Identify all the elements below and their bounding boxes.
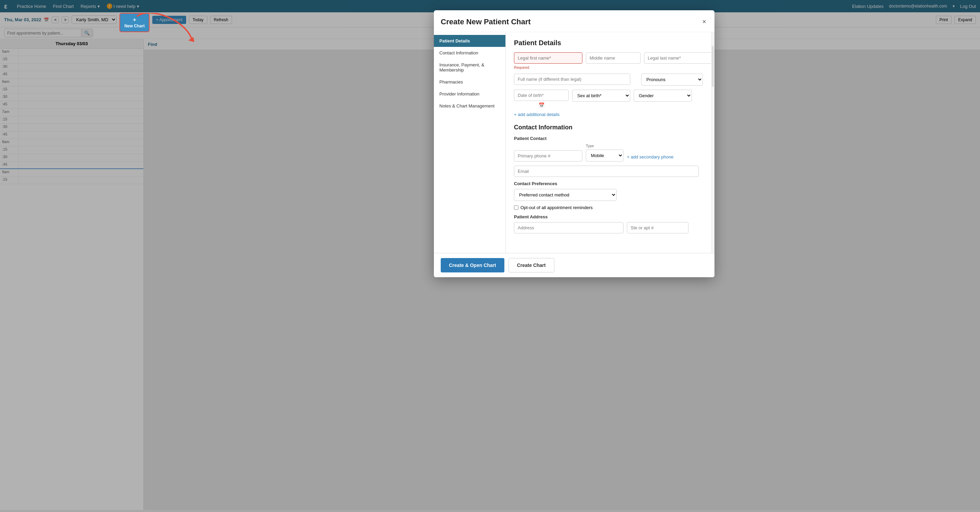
gender-select[interactable]: Gender xyxy=(634,90,692,102)
preferred-contact-select[interactable]: Preferred contact method xyxy=(514,189,617,201)
dialog-title: Create New Patient Chart xyxy=(441,17,531,26)
new-chart-plus-icon: + xyxy=(133,17,136,23)
dialog-body: Patient Details Contact Information Insu… xyxy=(434,32,714,253)
sex-at-birth-field: Sex at birth* xyxy=(572,90,630,102)
patient-address-label: Patient Address xyxy=(514,214,703,219)
sidebar-patient-details[interactable]: Patient Details xyxy=(434,35,505,47)
pronouns-select[interactable]: Pronouns xyxy=(641,73,703,86)
gender-field: Gender xyxy=(634,90,692,102)
sidebar-contact-info[interactable]: Contact Information xyxy=(434,47,505,59)
dob-field: 📅 xyxy=(514,90,569,108)
phone-type-select[interactable]: Mobile xyxy=(586,149,624,162)
middle-name-field xyxy=(586,52,641,64)
pronouns-field: Pronouns xyxy=(641,73,703,86)
full-name-input[interactable] xyxy=(514,73,630,85)
address-input[interactable] xyxy=(514,222,624,234)
create-patient-dialog: Create New Patient Chart × Patient Detai… xyxy=(434,10,714,277)
ste-apt-input[interactable] xyxy=(627,222,689,234)
full-name-field xyxy=(514,73,638,85)
dob-input[interactable] xyxy=(514,90,569,101)
dialog-main-content: Patient Details Required xyxy=(506,32,711,253)
legal-first-name-input[interactable] xyxy=(514,52,582,64)
scrollbar-track[interactable] xyxy=(711,32,714,253)
preferred-contact-row: Preferred contact method xyxy=(514,189,703,201)
primary-phone-field xyxy=(514,150,582,162)
sidebar-insurance[interactable]: Insurance, Payment, & Membership xyxy=(434,59,505,76)
contact-preferences-label: Contact Preferences xyxy=(514,181,703,186)
legal-first-name-field: Required xyxy=(514,52,582,70)
contact-information-title: Contact Information xyxy=(514,124,703,131)
opt-out-label: Opt-out of all appointment reminders xyxy=(520,205,593,210)
sidebar-pharmacies[interactable]: Pharmacies xyxy=(434,76,505,88)
email-row xyxy=(514,165,703,177)
fullname-pronouns-row: Pronouns xyxy=(514,73,703,86)
dob-sex-gender-row: 📅 Sex at birth* Gender xyxy=(514,90,703,108)
dialog-header: Create New Patient Chart × xyxy=(434,10,714,32)
primary-phone-input[interactable] xyxy=(514,150,582,162)
dialog-close-btn[interactable]: × xyxy=(701,16,708,27)
legal-last-name-input[interactable] xyxy=(644,52,711,64)
calendar-icon-dob[interactable]: 📅 xyxy=(539,102,544,108)
dialog-sidebar: Patient Details Contact Information Insu… xyxy=(434,32,506,253)
scrollbar-thumb xyxy=(712,46,714,87)
sidebar-provider-info[interactable]: Provider Information xyxy=(434,88,505,100)
sidebar-notes-chart[interactable]: Notes & Chart Management xyxy=(434,100,505,112)
new-chart-button[interactable]: + New Chart xyxy=(119,13,149,32)
phone-row: Type Mobile + add secondary phone xyxy=(514,144,703,162)
name-row: Required xyxy=(514,52,703,70)
add-secondary-phone-link[interactable]: + add secondary phone xyxy=(627,154,673,159)
legal-last-name-field xyxy=(644,52,711,64)
create-open-chart-btn[interactable]: Create & Open Chart xyxy=(441,258,504,272)
middle-name-input[interactable] xyxy=(586,52,641,64)
new-chart-label: New Chart xyxy=(124,24,145,29)
email-input[interactable] xyxy=(514,165,699,177)
opt-out-row: Opt-out of all appointment reminders xyxy=(514,205,703,210)
first-name-error: Required xyxy=(514,65,582,70)
opt-out-checkbox[interactable] xyxy=(514,205,519,210)
phone-type-field: Type Mobile xyxy=(586,144,624,162)
patient-details-title: Patient Details xyxy=(514,39,703,47)
address-row xyxy=(514,222,703,234)
opt-out-checkbox-row: Opt-out of all appointment reminders xyxy=(514,205,593,210)
dialog-footer: Create & Open Chart Create Chart xyxy=(434,253,714,277)
add-details-row: + add additional details xyxy=(514,112,703,117)
phone-type-label: Type xyxy=(586,144,624,148)
sex-at-birth-select[interactable]: Sex at birth* xyxy=(572,90,630,102)
patient-contact-label: Patient Contact xyxy=(514,136,703,141)
create-chart-btn[interactable]: Create Chart xyxy=(509,258,554,272)
add-additional-details-link[interactable]: + add additional details xyxy=(514,112,560,117)
